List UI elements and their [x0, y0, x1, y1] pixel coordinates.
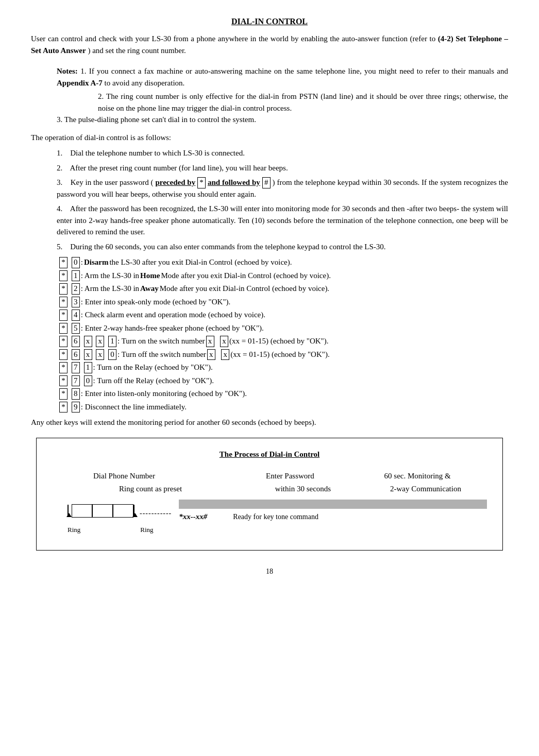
cmd-switch-on-6: 6 [72, 336, 80, 347]
step-3: 3. Key in the user password ( preceded b… [57, 177, 508, 200]
cmd-switch-off-6: 6 [72, 349, 80, 360]
cmd-9-desc: : Disconnect the line immediately. [81, 401, 187, 413]
diag-boxes-row [72, 504, 133, 518]
step3-hash-box: # [262, 177, 271, 188]
step5-num: 5. [57, 243, 69, 251]
diag-col3-line1: 60 sec. Monitoring & [348, 470, 487, 482]
step1-num: 1. [57, 149, 69, 157]
sp [69, 256, 71, 268]
sp [69, 349, 71, 360]
cmd-9-star: * [59, 402, 68, 413]
cmd-relay-off-0: 0 [84, 375, 92, 387]
cmd-switch-off-star: * [59, 349, 68, 360]
cmd-disarm-key: 0 [72, 257, 80, 268]
note1-text: 1. If you connect a fax machine or auto-… [80, 67, 508, 75]
step3-preceded: preceded by [155, 178, 195, 186]
sp [69, 375, 71, 387]
diagram-title: The Process of Dial-in Control [52, 449, 487, 460]
cmd-relay-off-star: * [59, 375, 68, 387]
cmd-disarm-desc-start: : [81, 256, 83, 268]
cmd-disarm-star: * [59, 257, 68, 268]
sp [69, 362, 71, 373]
cmd-switch-on-x1: x [84, 336, 92, 347]
cmd-9: * 9 : Disconnect the line immediately. [59, 401, 508, 413]
sp [69, 388, 71, 400]
sp [69, 322, 71, 334]
page-number: 18 [31, 566, 508, 577]
diagram-flow-row: ----------- *xx--xx# Ready for key tone … [52, 500, 487, 523]
cmd-switch-on: * 6 x x 1 : Turn on the switch number x … [59, 335, 508, 347]
cmd-switch-off-x2: x [96, 349, 104, 360]
diag-arrow-group [68, 505, 72, 517]
step2-num: 2. [57, 164, 69, 172]
cmd-disarm-bold: Disarm [84, 256, 109, 268]
cmd-switch-off-desc-start: : Turn off the switch number [117, 349, 206, 360]
cmd-5-desc: : Enter 2-way hands-free speaker phone (… [81, 322, 264, 334]
cmd-switch-on-desc-start: : Turn on the switch number [117, 335, 205, 347]
cmd-away-key: 2 [72, 283, 80, 295]
cmd-3-key: 3 [72, 297, 80, 308]
cmd-away-desc-end: Mode after you exit Dial-in Control (ech… [160, 283, 329, 295]
intro-text-end: ) and set the ring count number. [88, 46, 186, 55]
diag-right-section: *xx--xx# Ready for key tone command [179, 500, 487, 523]
step-2: 2. After the preset ring count number (f… [57, 162, 508, 174]
diag-ready-text: Ready for key tone command [233, 511, 318, 522]
cmd-home-star: * [59, 270, 68, 282]
cmd-away: * 2 : Arm the LS-30 in Away Mode after y… [59, 283, 508, 295]
sp [215, 335, 220, 347]
command-list: * 0 : Disarm the LS-30 after you exit Di… [59, 256, 508, 413]
diag-col2-line2: within 30 seconds [242, 483, 364, 495]
cmd-disarm-desc-end: the LS-30 after you exit Dial-in Control… [109, 256, 292, 268]
cmd-switch-off-desc-end: (xx = 01-15) (echoed by "OK"). [230, 349, 329, 360]
sp [81, 335, 83, 347]
cmd-3-desc: : Enter into speak-only mode (echoed by … [81, 296, 231, 308]
diag-arrow-group2 [133, 505, 138, 517]
sp [81, 362, 83, 373]
cmd-home-desc-end: Mode after you exit Dial-in Control (ech… [161, 270, 330, 282]
sp [93, 335, 95, 347]
diag-box-1 [72, 504, 92, 518]
notes-section: Notes: 1. If you connect a fax machine o… [57, 65, 508, 126]
sp [216, 349, 221, 360]
step5-text: During the 60 seconds, you can also ente… [70, 243, 385, 251]
cmd-relay-off-7: 7 [72, 375, 80, 387]
step3-and-followed: and followed by [208, 178, 260, 186]
operation-intro: The operation of dial-in control is as f… [31, 132, 508, 144]
diag-col1-line1: Dial Phone Number [93, 470, 232, 482]
cmd-3: * 3 : Enter into speak-only mode (echoed… [59, 296, 508, 308]
cmd-disarm: * 0 : Disarm the LS-30 after you exit Di… [59, 256, 508, 268]
step-5: 5. During the 60 seconds, you can also e… [57, 241, 508, 253]
cmd-relay-on-star: * [59, 362, 68, 373]
cmd-away-bold: Away [140, 283, 159, 295]
cmd-relay-on-desc: : Turn on the Relay (echoed by "OK"). [93, 362, 213, 373]
cmd-switch-on-x2: x [96, 336, 104, 347]
sp [69, 309, 71, 321]
step-4: 4. After the password has been recognize… [57, 203, 508, 238]
cmd-relay-on-7: 7 [72, 362, 80, 373]
diag-dashes: ----------- [140, 508, 172, 519]
cmd-switch-off-x1: x [84, 349, 92, 360]
cmd-4-desc: : Check alarm event and operation mode (… [81, 309, 265, 321]
cmd-relay-off-desc: : Turn off the Relay (echoed by "OK"). [93, 375, 214, 387]
cmd-home-bold: Home [140, 270, 160, 282]
cmd-8-desc: : Enter into listen-only monitoring (ech… [81, 388, 247, 400]
sp [69, 283, 71, 295]
diagram-row1: Dial Phone Number Enter Password 60 sec.… [52, 470, 487, 482]
step1-text: Dial the telephone number to which LS-30… [70, 149, 245, 157]
diag-col1-line2: Ring count as preset [119, 483, 242, 495]
cmd-3-star: * [59, 297, 68, 308]
step2-text: After the preset ring count number (for … [70, 164, 288, 172]
step-1: 1. Dial the telephone number to which LS… [57, 147, 508, 159]
cmd-relay-off: * 7 0 : Turn off the Relay (echoed by "O… [59, 375, 508, 387]
cmd-switch-on-desc-end: (xx = 01-15) (echoed by "OK"). [229, 335, 328, 347]
ring-labels-row: Ring Ring [52, 525, 487, 535]
cmd-away-star: * [59, 283, 68, 295]
note2: 2. The ring count number is only effecti… [98, 91, 508, 114]
any-keys-text: Any other keys will extend the monitorin… [31, 417, 508, 428]
page-title: DIAL-IN CONTROL [31, 15, 508, 28]
cmd-8-key: 8 [72, 388, 80, 400]
note1: Notes: 1. If you connect a fax machine o… [57, 65, 508, 89]
cmd-switch-on-1: 1 [108, 336, 116, 347]
sp [69, 296, 71, 308]
note3: 3. The pulse-dialing phone set can't dia… [57, 114, 508, 126]
